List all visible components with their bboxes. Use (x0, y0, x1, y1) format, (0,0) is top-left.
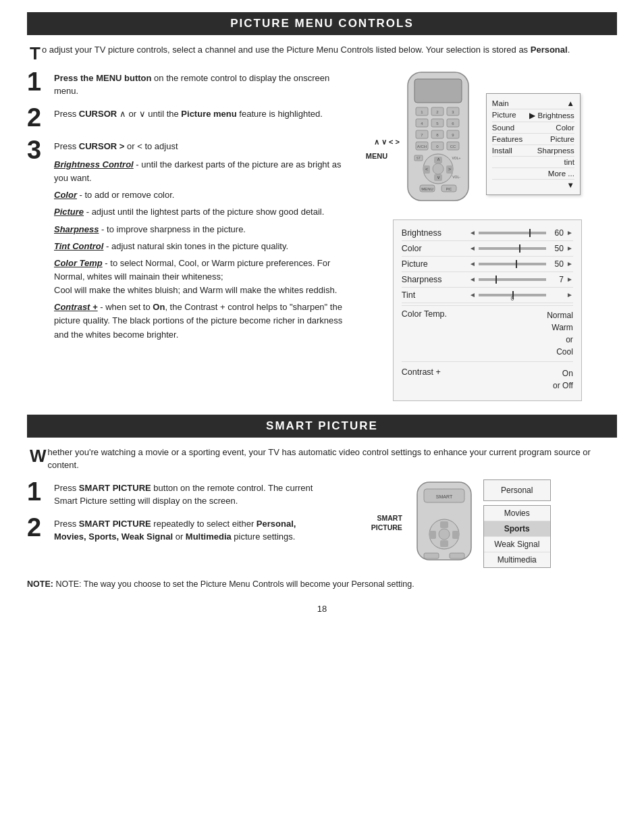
step-2: 2 Press CURSOR ∧ or ∨ until the Picture … (27, 105, 344, 130)
tint-row: Tint ◄ 0 ► (402, 288, 573, 303)
svg-rect-54 (450, 553, 464, 558)
svg-rect-50 (429, 531, 436, 539)
svg-text:∨: ∨ (436, 175, 439, 180)
control-contrast: Contrast + - when set to On, the Contras… (54, 301, 344, 341)
svg-rect-51 (452, 531, 459, 539)
control-color: Color - to add or remove color. (54, 188, 344, 202)
svg-text:VOL+: VOL+ (452, 156, 460, 160)
smart-step-1-number: 1 (27, 479, 46, 504)
smart-picture-header: SMART PICTURE (27, 415, 617, 438)
smart-content: 1 Press SMART PICTURE button on the remo… (27, 479, 617, 569)
right-column: ∧ ∨ < > MENU (358, 69, 617, 401)
step-3-number: 3 (27, 137, 46, 163)
smart-option-sports: Sports (484, 521, 550, 537)
smart-step-2: 2 Press SMART PICTURE repeatedly to sele… (27, 515, 330, 544)
control-color-temp: Color Temp - to select Normal, Cool, or … (54, 257, 344, 297)
brightness-row: Brightness ◄ 60 ► (402, 226, 573, 241)
svg-text:A/CH: A/CH (417, 145, 427, 149)
picture-row: Picture ◄ 50 ► (402, 257, 573, 272)
svg-text:<: < (425, 167, 428, 172)
note-paragraph: NOTE: NOTE: The way you choose to set th… (27, 578, 617, 591)
picture-menu-box: Main ▲ Picture ▶ Brightness Sound Color (486, 93, 581, 195)
svg-rect-49 (440, 540, 448, 547)
control-brightness: Brightness Control - until the darkest p… (54, 158, 344, 185)
smart-remote-svg: SMART (410, 479, 478, 567)
smart-picture-label: SMARTPICTURE (371, 514, 402, 532)
slider-panel: Brightness ◄ 60 ► Color (393, 219, 582, 401)
svg-point-52 (439, 529, 450, 540)
section1-header: PICTURE MENU CONTROLS (27, 12, 617, 35)
step-1-number: 1 (27, 69, 46, 95)
page: PICTURE MENU CONTROLS To adjust your TV … (0, 0, 644, 834)
svg-point-19 (433, 163, 444, 174)
section1-content: 1 Press the MENU button on the remote co… (27, 69, 617, 401)
control-tint: Tint Control - adjust natural skin tones… (54, 240, 344, 253)
sharpness-row: Sharpness ◄ 7 ► (402, 272, 573, 288)
menu-label: MENU (366, 152, 387, 160)
smart-left-column: 1 Press SMART PICTURE button on the remo… (27, 479, 330, 569)
step-1: 1 Press the MENU button on the remote co… (27, 69, 344, 98)
svg-text:>: > (448, 167, 451, 172)
smart-menu-options: Movies Sports Weak Signal Multimedia (483, 505, 551, 568)
step-3: 3 Press CURSOR > or < to adjust Brightne… (27, 137, 344, 345)
drop-cap: T (30, 45, 41, 62)
smart-right-column: SMARTPICTURE SMART (344, 479, 617, 569)
cursor-labels: ∧ ∨ < > (374, 138, 400, 147)
smart-picture-section: SMART PICTURE Whether you're watching a … (27, 415, 617, 591)
smart-option-multimedia: Multimedia (484, 552, 550, 567)
svg-text:MENU: MENU (421, 187, 433, 191)
control-picture: Picture - adjust until the lightest part… (54, 205, 344, 219)
step-3-text: Press CURSOR > or < to adjust Brightness… (54, 137, 344, 345)
step-1-text: Press the MENU button on the remote cont… (54, 69, 344, 98)
smart-option-movies: Movies (484, 506, 550, 521)
step-2-text: Press CURSOR ∧ or ∨ until the Picture me… (54, 105, 323, 121)
svg-text:VOL-: VOL- (452, 175, 460, 179)
svg-text:SMART: SMART (436, 494, 453, 499)
control-sharpness: Sharpness - to improve sharpness in the … (54, 223, 344, 236)
svg-rect-53 (424, 553, 439, 558)
smart-current-setting-box: Personal (483, 479, 551, 501)
svg-text:CC: CC (450, 145, 456, 149)
smart-step-2-text: Press SMART PICTURE repeatedly to select… (54, 515, 330, 544)
smart-option-weak-signal: Weak Signal (484, 537, 550, 552)
color-temp-row: Color Temp. NormalWarmorCool (402, 305, 573, 362)
svg-rect-1 (414, 79, 462, 103)
left-column: 1 Press the MENU button on the remote co… (27, 69, 344, 401)
svg-text:ST: ST (417, 156, 421, 160)
svg-text:PIC: PIC (446, 187, 452, 191)
step-2-number: 2 (27, 105, 46, 130)
smart-step-1: 1 Press SMART PICTURE button on the remo… (27, 479, 330, 508)
page-number: 18 (27, 604, 617, 614)
contrast-row: Contrast + Onor Off (402, 364, 573, 395)
color-row: Color ◄ 50 ► (402, 241, 573, 257)
controls-list: Brightness Control - until the darkest p… (54, 158, 344, 342)
svg-rect-48 (440, 521, 448, 528)
smart-step-1-text: Press SMART PICTURE button on the remote… (54, 479, 330, 508)
smart-step-2-number: 2 (27, 515, 46, 540)
svg-text:∧: ∧ (436, 157, 439, 161)
intro-paragraph: To adjust your TV picture controls, sele… (27, 43, 617, 57)
smart-intro: Whether you're watching a movie or a spo… (27, 446, 617, 472)
remote-control-svg: MENU PIC 1 2 3 4 5 6 (394, 69, 482, 211)
